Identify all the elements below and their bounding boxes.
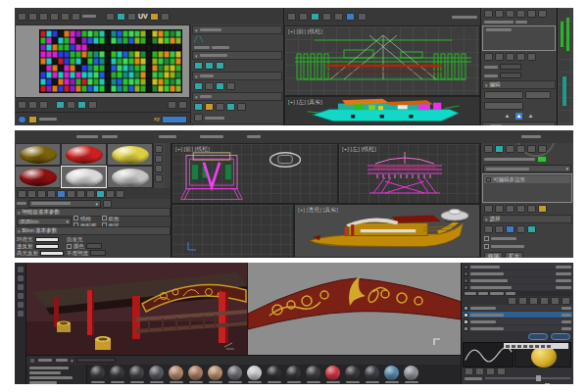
shelf-material-item[interactable] xyxy=(306,366,320,383)
uv-pack-icon[interactable] xyxy=(194,62,203,70)
subobject-level-icon[interactable] xyxy=(516,225,525,233)
selfillum-color-checkbox[interactable] xyxy=(67,244,72,249)
uv-rollout-header[interactable] xyxy=(192,123,282,125)
uv-rollout-header[interactable] xyxy=(192,92,282,101)
uv-canvas[interactable] xyxy=(15,24,190,98)
material-tool-icon[interactable] xyxy=(96,190,105,198)
viewport-sliver[interactable] xyxy=(557,8,573,125)
viewport-front-wireframe[interactable]: [+] [前] [线框] xyxy=(284,25,480,96)
rollout-edit[interactable]: 编辑 xyxy=(482,80,556,89)
command-panel-tab[interactable] xyxy=(495,10,504,18)
shader-type-dropdown[interactable]: (B)Blinn▾ xyxy=(17,218,72,225)
uv-arrange-icon[interactable] xyxy=(205,82,214,90)
coordinate-mode-button[interactable] xyxy=(162,116,187,123)
edit-button[interactable] xyxy=(525,91,551,99)
background-icon[interactable] xyxy=(155,165,163,172)
toggle-pill-button[interactable] xyxy=(528,333,548,340)
display-option-icon[interactable] xyxy=(497,368,506,375)
material-sample-slot[interactable] xyxy=(61,166,107,188)
stack-item-label[interactable]: 可编辑多边形 xyxy=(493,176,525,182)
polygon-fill-icon[interactable] xyxy=(18,293,24,299)
uv-rollout-header[interactable] xyxy=(192,72,282,80)
modifier-list-dropdown[interactable]: ▾ xyxy=(483,165,571,172)
uv-pack-icon[interactable] xyxy=(216,62,224,70)
stack-entry[interactable] xyxy=(484,27,554,32)
shelf-material-item[interactable] xyxy=(325,366,340,383)
uv-transform-icon[interactable] xyxy=(28,13,37,21)
edit-button[interactable] xyxy=(484,91,523,99)
viewport-label[interactable]: [+] [前] [线框] xyxy=(175,145,210,154)
options-icon[interactable] xyxy=(155,174,163,182)
slider-handle[interactable] xyxy=(536,375,541,381)
ambient-color-swatch[interactable] xyxy=(35,237,59,242)
viewport-front[interactable]: [+] [前] [线框] xyxy=(172,143,338,204)
material-preview[interactable] xyxy=(514,342,571,368)
shelf-filter-list[interactable] xyxy=(26,365,87,384)
viewport-label[interactable]: [+] [左] [线框] xyxy=(342,145,376,154)
shelf-material-item[interactable] xyxy=(267,366,281,383)
material-sample-slot[interactable] xyxy=(61,143,107,166)
painter-2d-viewport[interactable] xyxy=(247,263,461,355)
panel-tabs[interactable] xyxy=(463,291,572,296)
layer-tool-icon[interactable] xyxy=(540,297,549,305)
viewport-top[interactable] xyxy=(172,204,294,258)
stack-tool-icon[interactable] xyxy=(527,53,536,61)
uv-tool-icon[interactable] xyxy=(18,101,26,109)
projection-tool-icon[interactable] xyxy=(18,284,24,290)
material-sample-slot[interactable] xyxy=(107,143,153,166)
material-tool-icon[interactable] xyxy=(67,190,75,198)
pyramid-icon[interactable]: ▲ xyxy=(527,113,533,120)
toggle-pill-button[interactable] xyxy=(551,333,570,340)
shelf-material-item[interactable] xyxy=(90,366,105,383)
command-panel-tab[interactable] xyxy=(506,145,514,153)
shelf-material-item[interactable] xyxy=(286,366,301,383)
pyramid-icon[interactable]: ▲ xyxy=(505,113,511,120)
stack-tool-icon[interactable] xyxy=(527,205,536,213)
uv-snap-icon[interactable] xyxy=(88,101,97,109)
uv-element-icon[interactable] xyxy=(216,103,224,111)
layer-row[interactable] xyxy=(463,305,572,311)
layer-tool-icon[interactable] xyxy=(508,297,516,305)
uv-transform-icon[interactable] xyxy=(18,13,26,21)
viewport-label[interactable]: [+] [前] [线框] xyxy=(288,27,322,36)
grow-button[interactable]: 扩大 xyxy=(505,252,523,258)
shelf-search-input[interactable] xyxy=(76,358,116,363)
specular-color-swatch[interactable] xyxy=(40,251,64,256)
shelf-material-item[interactable] xyxy=(345,366,360,383)
display-option-icon[interactable] xyxy=(486,368,495,375)
uv-tool-icon[interactable] xyxy=(39,101,48,109)
material-sample-slot[interactable] xyxy=(15,166,61,188)
texture-set-row[interactable] xyxy=(463,270,572,276)
uv-transform-icon[interactable] xyxy=(61,13,70,21)
viewport-label[interactable]: [+] [左] [真实] xyxy=(288,98,322,107)
uv-element-icon[interactable] xyxy=(194,103,203,111)
subobject-level-icon[interactable] xyxy=(506,225,514,233)
byvertex-checkbox[interactable] xyxy=(484,236,489,241)
layer-tool-icon[interactable] xyxy=(518,297,527,305)
uv-rollout-header[interactable] xyxy=(192,51,282,60)
material-type-button[interactable] xyxy=(103,200,112,208)
main-toolbar-icon[interactable] xyxy=(322,13,331,21)
rollout-selection[interactable]: 选择 xyxy=(482,215,572,223)
uv-arrange-icon[interactable] xyxy=(216,82,224,90)
command-panel-tab[interactable] xyxy=(516,10,525,18)
main-toolbar-icon[interactable] xyxy=(311,13,319,21)
main-toolbar-icon[interactable] xyxy=(358,13,367,21)
painter-3d-viewport[interactable] xyxy=(26,263,247,355)
material-tool-icon[interactable] xyxy=(86,190,95,198)
material-tool-icon[interactable] xyxy=(27,190,36,198)
main-toolbar-icon[interactable] xyxy=(287,13,296,21)
floating-mini-toolbar[interactable] xyxy=(504,343,568,349)
uv-toolbar-icon[interactable] xyxy=(150,13,159,21)
material-tool-icon[interactable] xyxy=(76,190,85,198)
shelf-material-item[interactable] xyxy=(188,366,203,383)
value-spinner[interactable] xyxy=(500,73,521,78)
main-toolbar-icon[interactable] xyxy=(299,13,308,21)
shelf-material-item[interactable] xyxy=(227,366,242,383)
uv-element-icon[interactable] xyxy=(205,103,214,111)
material-sample-slot[interactable] xyxy=(107,166,153,188)
stack-tool-icon[interactable] xyxy=(506,205,514,213)
main-toolbar-icon[interactable] xyxy=(346,13,355,21)
twosided-checkbox[interactable] xyxy=(102,216,107,220)
material-tool-icon[interactable] xyxy=(37,190,46,198)
